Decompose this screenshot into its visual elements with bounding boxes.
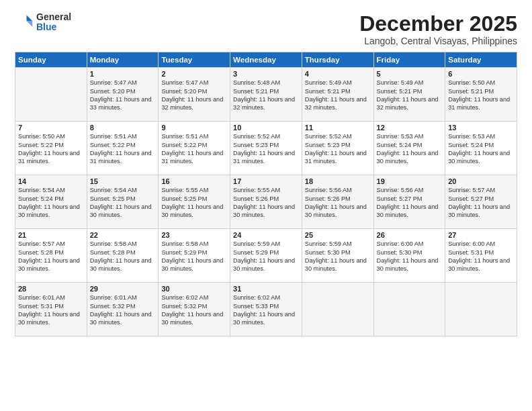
cell-info: Sunrise: 6:00 AM Sunset: 5:31 PM Dayligh… xyxy=(448,240,514,273)
cell-info: Sunrise: 5:56 AM Sunset: 5:26 PM Dayligh… xyxy=(305,186,371,220)
col-header-sunday: Sunday xyxy=(15,52,87,68)
cell-info: Sunrise: 5:54 AM Sunset: 5:25 PM Dayligh… xyxy=(90,186,156,220)
week-row-3: 14Sunrise: 5:54 AM Sunset: 5:24 PM Dayli… xyxy=(15,175,517,229)
day-number: 1 xyxy=(90,70,156,78)
calendar-cell: 15Sunrise: 5:54 AM Sunset: 5:25 PM Dayli… xyxy=(87,175,159,229)
day-number: 28 xyxy=(18,285,84,293)
calendar-cell: 21Sunrise: 5:57 AM Sunset: 5:28 PM Dayli… xyxy=(15,229,87,283)
cell-info: Sunrise: 5:53 AM Sunset: 5:24 PM Dayligh… xyxy=(377,132,443,166)
day-number: 13 xyxy=(448,124,514,132)
calendar-cell: 19Sunrise: 5:56 AM Sunset: 5:27 PM Dayli… xyxy=(373,175,445,229)
calendar-cell xyxy=(373,283,445,336)
cell-info: Sunrise: 5:58 AM Sunset: 5:28 PM Dayligh… xyxy=(90,240,156,273)
week-row-1: 1Sunrise: 5:47 AM Sunset: 5:20 PM Daylig… xyxy=(15,68,517,122)
calendar-cell: 9Sunrise: 5:51 AM Sunset: 5:22 PM Daylig… xyxy=(159,122,230,175)
day-number: 30 xyxy=(161,285,227,293)
calendar-cell: 3Sunrise: 5:48 AM Sunset: 5:21 PM Daylig… xyxy=(230,68,302,122)
calendar-cell: 2Sunrise: 5:47 AM Sunset: 5:20 PM Daylig… xyxy=(159,68,230,122)
cell-info: Sunrise: 5:51 AM Sunset: 5:22 PM Dayligh… xyxy=(90,132,156,166)
day-number: 6 xyxy=(448,70,514,78)
cell-info: Sunrise: 5:49 AM Sunset: 5:21 PM Dayligh… xyxy=(305,79,371,112)
cell-info: Sunrise: 5:55 AM Sunset: 5:25 PM Dayligh… xyxy=(161,186,227,220)
day-number: 24 xyxy=(233,231,299,239)
calendar-cell: 22Sunrise: 5:58 AM Sunset: 5:28 PM Dayli… xyxy=(87,229,159,283)
cell-info: Sunrise: 6:00 AM Sunset: 5:30 PM Dayligh… xyxy=(377,240,443,273)
day-number: 23 xyxy=(161,231,227,239)
day-number: 5 xyxy=(377,70,443,78)
day-number: 21 xyxy=(18,231,84,239)
cell-info: Sunrise: 5:50 AM Sunset: 5:22 PM Dayligh… xyxy=(18,132,84,166)
calendar-cell: 14Sunrise: 5:54 AM Sunset: 5:24 PM Dayli… xyxy=(15,175,87,229)
cell-info: Sunrise: 5:53 AM Sunset: 5:24 PM Dayligh… xyxy=(448,132,514,166)
day-number: 7 xyxy=(18,124,84,132)
cell-info: Sunrise: 6:02 AM Sunset: 5:33 PM Dayligh… xyxy=(233,293,299,327)
calendar-cell: 10Sunrise: 5:52 AM Sunset: 5:23 PM Dayli… xyxy=(230,122,302,175)
day-number: 4 xyxy=(305,70,371,78)
calendar-subtitle: Langob, Central Visayas, Philippines xyxy=(359,36,517,46)
week-row-5: 28Sunrise: 6:01 AM Sunset: 5:31 PM Dayli… xyxy=(15,283,517,336)
calendar-cell: 29Sunrise: 6:01 AM Sunset: 5:32 PM Dayli… xyxy=(87,283,159,336)
header: General Blue December 2025 Langob, Centr… xyxy=(15,12,517,46)
calendar-cell xyxy=(445,283,517,336)
day-number: 26 xyxy=(377,231,443,239)
calendar-cell: 30Sunrise: 6:02 AM Sunset: 5:32 PM Dayli… xyxy=(159,283,230,336)
day-number: 2 xyxy=(161,70,227,78)
day-number: 16 xyxy=(161,177,227,185)
cell-info: Sunrise: 5:52 AM Sunset: 5:23 PM Dayligh… xyxy=(305,132,371,166)
col-header-tuesday: Tuesday xyxy=(159,52,230,68)
cell-info: Sunrise: 6:01 AM Sunset: 5:32 PM Dayligh… xyxy=(90,293,156,327)
calendar-cell: 17Sunrise: 5:55 AM Sunset: 5:26 PM Dayli… xyxy=(230,175,302,229)
title-block: December 2025 Langob, Central Visayas, P… xyxy=(359,12,517,46)
col-header-saturday: Saturday xyxy=(445,52,517,68)
svg-marker-0 xyxy=(27,15,33,21)
calendar-cell: 27Sunrise: 6:00 AM Sunset: 5:31 PM Dayli… xyxy=(445,229,517,283)
cell-info: Sunrise: 5:58 AM Sunset: 5:29 PM Dayligh… xyxy=(161,240,227,273)
cell-info: Sunrise: 5:57 AM Sunset: 5:28 PM Dayligh… xyxy=(18,240,84,273)
cell-info: Sunrise: 6:01 AM Sunset: 5:31 PM Dayligh… xyxy=(18,293,84,327)
cell-info: Sunrise: 5:59 AM Sunset: 5:30 PM Dayligh… xyxy=(305,240,371,273)
cell-info: Sunrise: 5:49 AM Sunset: 5:21 PM Dayligh… xyxy=(377,79,443,112)
calendar-cell: 20Sunrise: 5:57 AM Sunset: 5:27 PM Dayli… xyxy=(445,175,517,229)
cell-info: Sunrise: 5:55 AM Sunset: 5:26 PM Dayligh… xyxy=(233,186,299,220)
cell-info: Sunrise: 5:50 AM Sunset: 5:21 PM Dayligh… xyxy=(448,79,514,112)
calendar-cell: 18Sunrise: 5:56 AM Sunset: 5:26 PM Dayli… xyxy=(302,175,373,229)
calendar-cell: 31Sunrise: 6:02 AM Sunset: 5:33 PM Dayli… xyxy=(230,283,302,336)
day-number: 9 xyxy=(161,124,227,132)
cell-info: Sunrise: 6:02 AM Sunset: 5:32 PM Dayligh… xyxy=(161,293,227,327)
cell-info: Sunrise: 5:51 AM Sunset: 5:22 PM Dayligh… xyxy=(161,132,227,166)
cell-info: Sunrise: 5:47 AM Sunset: 5:20 PM Dayligh… xyxy=(90,79,156,112)
calendar-cell: 26Sunrise: 6:00 AM Sunset: 5:30 PM Dayli… xyxy=(373,229,445,283)
day-number: 31 xyxy=(233,285,299,293)
calendar-cell: 5Sunrise: 5:49 AM Sunset: 5:21 PM Daylig… xyxy=(373,68,445,122)
day-number: 25 xyxy=(305,231,371,239)
week-row-2: 7Sunrise: 5:50 AM Sunset: 5:22 PM Daylig… xyxy=(15,122,517,175)
logo-text: General Blue xyxy=(36,12,71,33)
calendar-cell: 23Sunrise: 5:58 AM Sunset: 5:29 PM Dayli… xyxy=(159,229,230,283)
day-number: 22 xyxy=(90,231,156,239)
calendar-cell: 13Sunrise: 5:53 AM Sunset: 5:24 PM Dayli… xyxy=(445,122,517,175)
calendar-cell: 1Sunrise: 5:47 AM Sunset: 5:20 PM Daylig… xyxy=(87,68,159,122)
calendar-cell: 16Sunrise: 5:55 AM Sunset: 5:25 PM Dayli… xyxy=(159,175,230,229)
day-number: 27 xyxy=(448,231,514,239)
day-number: 14 xyxy=(18,177,84,185)
logo-general: General xyxy=(36,12,71,22)
cell-info: Sunrise: 5:52 AM Sunset: 5:23 PM Dayligh… xyxy=(233,132,299,166)
day-number: 3 xyxy=(233,70,299,78)
cell-info: Sunrise: 5:47 AM Sunset: 5:20 PM Dayligh… xyxy=(161,79,227,112)
day-number: 10 xyxy=(233,124,299,132)
calendar-cell: 12Sunrise: 5:53 AM Sunset: 5:24 PM Dayli… xyxy=(373,122,445,175)
logo: General Blue xyxy=(15,12,71,33)
col-header-friday: Friday xyxy=(373,52,445,68)
day-number: 17 xyxy=(233,177,299,185)
cell-info: Sunrise: 5:56 AM Sunset: 5:27 PM Dayligh… xyxy=(377,186,443,220)
calendar-cell: 28Sunrise: 6:01 AM Sunset: 5:31 PM Dayli… xyxy=(15,283,87,336)
calendar-cell: 24Sunrise: 5:59 AM Sunset: 5:29 PM Dayli… xyxy=(230,229,302,283)
day-number: 20 xyxy=(448,177,514,185)
calendar-cell: 8Sunrise: 5:51 AM Sunset: 5:22 PM Daylig… xyxy=(87,122,159,175)
calendar-cell xyxy=(302,283,373,336)
week-row-4: 21Sunrise: 5:57 AM Sunset: 5:28 PM Dayli… xyxy=(15,229,517,283)
col-header-thursday: Thursday xyxy=(302,52,373,68)
cell-info: Sunrise: 5:48 AM Sunset: 5:21 PM Dayligh… xyxy=(233,79,299,112)
cell-info: Sunrise: 5:59 AM Sunset: 5:29 PM Dayligh… xyxy=(233,240,299,273)
calendar-table: SundayMondayTuesdayWednesdayThursdayFrid… xyxy=(15,52,517,336)
